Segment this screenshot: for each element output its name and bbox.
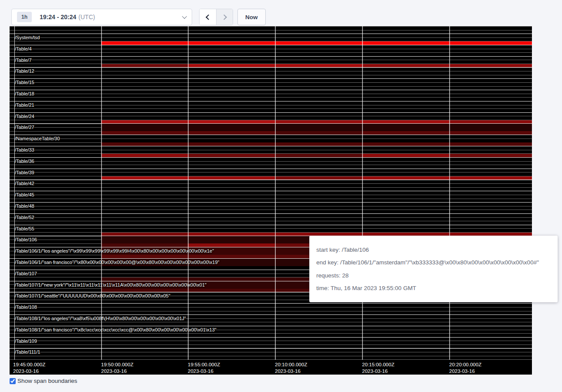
now-button[interactable]: Now: [237, 9, 266, 25]
tooltip-start-key: start key: /Table/106: [316, 247, 551, 253]
heatmap-row[interactable]: /System/tsd: [10, 34, 532, 45]
row-label: /Table/7: [15, 57, 32, 63]
heat-band: [449, 154, 532, 157]
show-span-boundaries-toggle[interactable]: Show span boundaries: [10, 378, 77, 384]
row-label: /Table/111/1: [15, 349, 40, 355]
heatmap-row[interactable]: /Table/36: [10, 157, 532, 169]
heat-band: [449, 131, 532, 135]
heat-band: [101, 176, 188, 180]
row-label: /Table/21: [15, 102, 34, 108]
row-label: /Table/106: [15, 237, 37, 242]
time-axis-label: 20:15:00.000Z2023-03-16: [362, 362, 394, 375]
heat-band: [275, 64, 362, 68]
heatmap-row[interactable]: /Table/27: [10, 123, 532, 135]
time-axis-label: 20:20:00.000Z2023-03-16: [449, 362, 481, 375]
heatmap-rows: /System/tsd/Table/4/Table/7/Table/12/Tab…: [10, 26, 532, 360]
heatmap-row[interactable]: /Table/108/1/"san francisco"/"\x8c\xcc\x…: [10, 326, 532, 337]
row-label: /Table/107: [15, 271, 37, 276]
row-label: /Table/48: [15, 203, 34, 209]
heatmap-row[interactable]: /Table/39: [10, 169, 532, 180]
row-label: /Table/12: [15, 68, 34, 74]
row-label: /Table/45: [15, 192, 34, 197]
heatmap-row[interactable]: /Table/12: [10, 67, 532, 78]
row-label: /Table/107/1/"seattle"/"UUUUUUD\x00\x80\…: [15, 293, 170, 298]
time-axis-label: 19:55:00.000Z2023-03-16: [188, 362, 220, 375]
heat-band: [362, 120, 449, 124]
heat-band: [101, 131, 188, 135]
heat-band: [188, 154, 275, 157]
time-axis-label: 19:45:00.000Z2023-03-16: [13, 362, 45, 375]
heat-band: [362, 41, 449, 45]
heatmap-row[interactable]: /Table/48: [10, 202, 532, 213]
row-label: /Table/55: [15, 226, 34, 231]
row-label: /Table/39: [15, 170, 34, 175]
heat-band: [188, 131, 275, 135]
heatmap-row[interactable]: /Table/111/1: [10, 348, 532, 359]
heat-band: [101, 233, 188, 236]
heat-band: [188, 176, 275, 180]
time-range-selector[interactable]: 1h 19:24 - 20:24 (UTC): [11, 9, 192, 25]
heat-band: [101, 154, 188, 157]
heat-band: [188, 289, 275, 292]
row-tint-band: [101, 124, 532, 131]
heat-band: [362, 176, 449, 180]
heatmap-row[interactable]: /Table/4: [10, 45, 532, 56]
time-gridline: [275, 26, 276, 362]
row-label: /Table/36: [15, 159, 34, 164]
heatmap-row[interactable]: /NamespaceTable/30: [10, 135, 532, 146]
heat-band: [101, 64, 188, 68]
chevron-right-icon: [221, 14, 227, 20]
row-label: /Table/108: [15, 304, 37, 310]
time-gridline: [362, 26, 363, 362]
time-axis-label: 20:10:00.000Z2023-03-16: [275, 362, 307, 375]
chevron-left-icon: [206, 14, 211, 20]
heat-band: [188, 41, 275, 45]
heatmap-row[interactable]: /Table/24: [10, 112, 532, 124]
heat-band: [275, 41, 362, 45]
heat-band: [188, 64, 275, 68]
time-gridline: [101, 26, 102, 362]
row-label: /Table/15: [15, 80, 34, 85]
chevron-down-icon: [182, 14, 187, 19]
row-label: /Table/108/1/"los angeles"/"\xa8\xf5\u00…: [15, 316, 186, 321]
heat-band: [362, 64, 449, 68]
heat-band: [362, 154, 449, 157]
heat-band: [101, 289, 188, 292]
row-label: /Table/106/1/"san francisco"/"\x80\x00\x…: [15, 260, 220, 265]
heat-band: [101, 243, 188, 247]
heatmap-row[interactable]: /Table/42: [10, 179, 532, 191]
heatmap-row[interactable]: /Table/108/1/"los angeles"/"\xa8\xf5\u00…: [10, 314, 532, 326]
row-label: /Table/52: [15, 215, 34, 220]
heat-band: [275, 120, 362, 124]
row-label: /Table/27: [15, 125, 34, 130]
heatmap-row[interactable]: /Table/7: [10, 56, 532, 68]
heat-band: [449, 41, 532, 45]
row-label: /Table/4: [15, 46, 32, 51]
heat-band: [188, 255, 275, 258]
tooltip-time: time: Thu, 16 Mar 2023 19:55:00 GMT: [316, 285, 551, 291]
heat-band: [362, 131, 449, 135]
heat-band: [362, 142, 449, 146]
heat-band: [188, 277, 275, 281]
row-label: /System/tsd: [15, 35, 40, 40]
time-nav-group: [199, 9, 233, 25]
heat-band: [449, 176, 532, 180]
heatmap-row[interactable]: /Table/33: [10, 146, 532, 157]
heatmap-row[interactable]: /Table/109: [10, 337, 532, 348]
span-boundaries-checkbox[interactable]: [10, 378, 16, 384]
prev-range-button[interactable]: [200, 9, 216, 25]
heatmap-row[interactable]: /Table/52: [10, 213, 532, 225]
heat-band: [188, 243, 275, 247]
heat-band: [101, 120, 188, 124]
key-visualizer-canvas[interactable]: /System/tsd/Table/4/Table/7/Table/12/Tab…: [10, 26, 532, 375]
heatmap-row[interactable]: /Table/21: [10, 101, 532, 112]
heatmap-row[interactable]: /Table/18: [10, 90, 532, 101]
row-label: /Table/109: [15, 338, 37, 344]
next-range-button[interactable]: [216, 9, 233, 25]
heatmap-row[interactable]: /Table/108: [10, 303, 532, 314]
row-label: /Table/18: [15, 91, 34, 96]
heatmap-row[interactable]: /Table/15: [10, 78, 532, 90]
heatmap-row[interactable]: /Table/55: [10, 225, 532, 236]
time-axis: 19:45:00.000Z2023-03-1619:50:00.000Z2023…: [10, 360, 532, 375]
heatmap-row[interactable]: /Table/45: [10, 191, 532, 202]
